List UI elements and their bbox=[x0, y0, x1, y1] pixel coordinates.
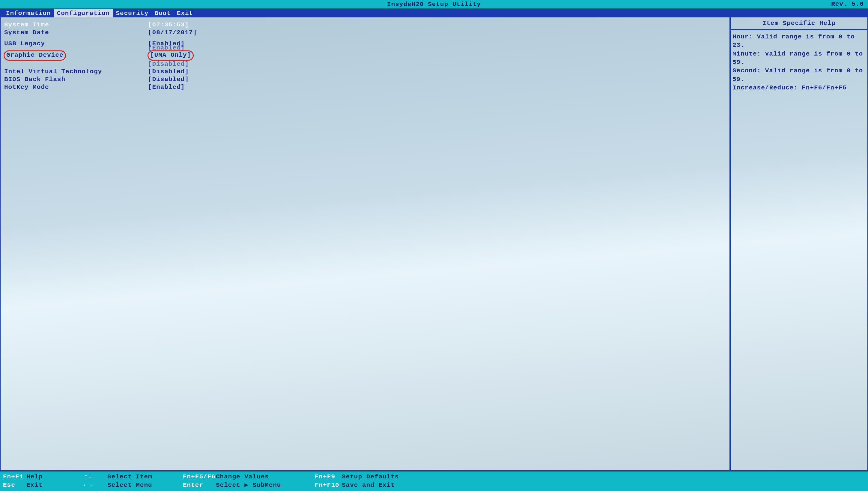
lbl-save-exit: Save and Exit bbox=[342, 481, 395, 489]
tab-boot[interactable]: Boot bbox=[151, 9, 174, 18]
tab-information[interactable]: Information bbox=[3, 9, 54, 18]
value-hotkey-mode[interactable]: [Enabled] bbox=[147, 83, 727, 91]
row-hotkey-mode[interactable]: HotKey Mode [Enabled] bbox=[3, 88, 727, 95]
highlight-graphic-value: [UMA Only] bbox=[148, 51, 194, 61]
menu-bar: Information Configuration Security Boot … bbox=[0, 9, 868, 18]
row-graphic-device[interactable]: Graphic Device [UMA Only] bbox=[3, 56, 727, 64]
row-system-date[interactable]: System Date [08/17/2017] bbox=[3, 29, 727, 37]
lbl-setup-defaults: Setup Defaults bbox=[342, 473, 399, 481]
help-line: Hour: Valid range is from 0 to 23. bbox=[733, 33, 866, 50]
label-hotkey-mode: HotKey Mode bbox=[3, 83, 147, 91]
key-setup-defaults: Fn+F9 bbox=[315, 473, 342, 481]
help-line: Increase/Reduce: Fn+F6/Fn+F5 bbox=[733, 84, 866, 92]
lbl-exit: Exit bbox=[26, 481, 42, 489]
row-system-time[interactable]: System Time [07:35:53] bbox=[3, 21, 727, 29]
tab-exit[interactable]: Exit bbox=[174, 9, 196, 18]
key-exit: Esc bbox=[3, 481, 26, 489]
label-bios-back-flash: BIOS Back Flash bbox=[3, 76, 147, 83]
row-usb-legacy[interactable]: USB Legacy [Enabled] bbox=[3, 40, 727, 48]
value-intel-vt[interactable]: [Disabled] bbox=[147, 68, 727, 76]
revision-label: Rev. 5.0 bbox=[831, 1, 864, 7]
value-bios-back-flash[interactable]: [Disabled] bbox=[147, 76, 727, 83]
app-title: InsydeH20 Setup Utility bbox=[387, 1, 481, 8]
footer-bar: Fn+F1Help ↑↓Select Item Fn+F5/F6Change V… bbox=[0, 471, 868, 491]
lbl-select-item: Select Item bbox=[107, 473, 152, 481]
key-select-menu: ←→ bbox=[84, 481, 107, 489]
value-usb-legacy[interactable]: [Enabled] bbox=[147, 40, 727, 48]
lbl-change-values: Change Values bbox=[216, 473, 269, 481]
key-help: Fn+F1 bbox=[3, 473, 26, 481]
help-body: Hour: Valid range is from 0 to 23. Minut… bbox=[731, 30, 867, 94]
label-usb-legacy: USB Legacy bbox=[3, 40, 147, 48]
lbl-submenu: Select ▶ SubMenu bbox=[216, 481, 281, 489]
label-graphic-device: Graphic Device bbox=[6, 52, 63, 59]
label-intel-vt: Intel Virtual Technology bbox=[3, 68, 147, 76]
key-enter: Enter bbox=[183, 481, 216, 489]
help-pane: Item Specific Help Hour: Valid range is … bbox=[730, 18, 867, 470]
value-graphic-device[interactable]: [UMA Only] bbox=[150, 52, 191, 59]
title-bar: InsydeH20 Setup Utility Rev. 5.0 bbox=[0, 0, 868, 9]
value-system-date[interactable]: [08/17/2017] bbox=[147, 29, 727, 37]
label-system-date: System Date bbox=[3, 29, 147, 37]
tab-security[interactable]: Security bbox=[113, 9, 151, 18]
highlight-graphic-device: Graphic Device bbox=[4, 51, 66, 61]
lbl-help: Help bbox=[26, 473, 42, 481]
help-line: Minute: Valid range is from 0 to 59. bbox=[733, 50, 866, 67]
key-select-item: ↑↓ bbox=[84, 473, 107, 481]
help-title: Item Specific Help bbox=[731, 18, 867, 30]
help-line: Second: Valid range is from 0 to 59. bbox=[733, 67, 866, 84]
lbl-select-menu: Select Menu bbox=[107, 481, 152, 489]
settings-table: System Time [07:35:53] System Date [08/1… bbox=[3, 21, 727, 95]
value-system-time[interactable]: [07:35:53] bbox=[147, 21, 727, 29]
key-change-values: Fn+F5/F6 bbox=[183, 473, 216, 481]
main-area: System Time [07:35:53] System Date [08/1… bbox=[0, 18, 868, 471]
key-save-exit: Fn+F10 bbox=[315, 481, 342, 489]
settings-pane: System Time [07:35:53] System Date [08/1… bbox=[1, 18, 730, 470]
tab-configuration[interactable]: Configuration bbox=[54, 9, 113, 18]
label-system-time: System Time bbox=[3, 21, 147, 29]
value-hidden-2[interactable]: [Disabled] bbox=[148, 61, 189, 67]
